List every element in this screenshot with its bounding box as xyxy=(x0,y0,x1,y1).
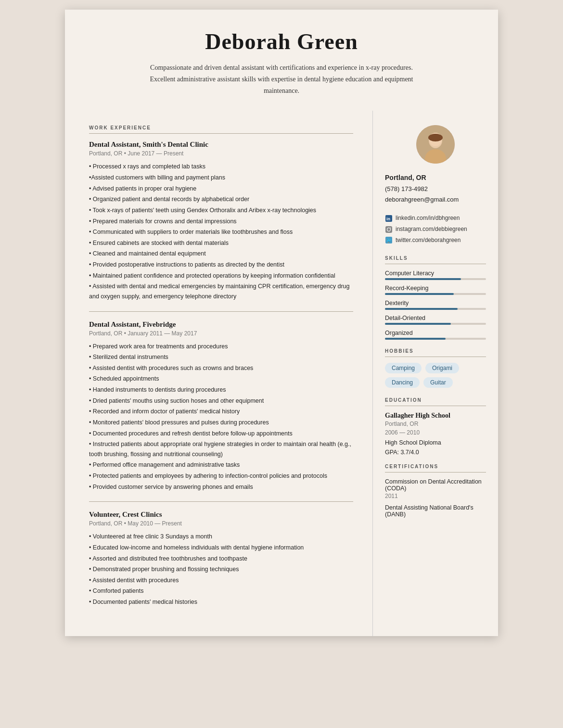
job-1-meta: Portland, OR • June 2017 — Present xyxy=(89,150,353,157)
bullet: • Maintained patient confidence and prot… xyxy=(89,271,353,281)
hobbies-grid: Camping Origami Dancing Guitar xyxy=(385,363,486,388)
cert-1: Dental Assisting National Board's (DANB) xyxy=(385,504,486,518)
skill-4-bar-bg xyxy=(385,338,486,340)
bullet: • Instructed patients about appropriate … xyxy=(89,439,353,459)
work-experience-label: WORK EXPERIENCE xyxy=(89,125,353,130)
edu-0-detail: High School Diploma GPA: 3.7/4.0 xyxy=(385,438,486,457)
bullet: • Monitored patients' blood pressures an… xyxy=(89,418,353,428)
bullet: • Documented patients' medical histories xyxy=(89,597,353,607)
twitter-text: twitter.com/deborahgreen xyxy=(396,235,461,246)
bullet: • Recorded and inform doctor of patients… xyxy=(89,407,353,417)
skills-divider xyxy=(385,264,486,264)
contact-phone: (578) 173-4982 xyxy=(385,184,486,194)
job-2-title: Dental Assistant, Fivebridge xyxy=(89,320,353,329)
education-divider xyxy=(385,406,486,406)
bullet: • Provided postoperative instructions to… xyxy=(89,260,353,270)
bullet: • Processed x rays and completed lab tas… xyxy=(89,162,353,172)
bullet: •Assisted customers with billing and pay… xyxy=(89,173,353,183)
linkedin-text: linkedin.com/in/dbhgreen xyxy=(396,213,460,224)
contact-info: Portland, OR (578) 173-4982 deborahgreen… xyxy=(385,172,486,205)
job-1-bullets: • Processed x rays and completed lab tas… xyxy=(89,162,353,301)
job-1-title: Dental Assistant, Smith's Dental Clinic xyxy=(89,140,353,149)
social-linkedin: in linkedin.com/in/dbhgreen xyxy=(385,213,486,224)
bullet: • Organized patient and dental records b… xyxy=(89,194,353,204)
contact-email: deborahgreen@gmail.com xyxy=(385,194,486,205)
hobby-1: Origami xyxy=(425,363,459,373)
skill-1-bar-fill xyxy=(385,293,454,295)
bullet: • Provided customer service by answering… xyxy=(89,482,353,492)
bullet: • Scheduled appointments xyxy=(89,374,353,384)
certifications-list: Commission on Dental Accreditation (CODA… xyxy=(385,478,486,518)
hobby-0: Camping xyxy=(385,363,422,373)
cert-0: Commission on Dental Accreditation (CODA… xyxy=(385,478,486,499)
resume-wrapper: Deborah Green Compassionate and driven d… xyxy=(65,10,498,636)
bullet: • Cleaned and maintained dental equipmen… xyxy=(89,249,353,259)
bullet: • Assisted dentist with procedures xyxy=(89,575,353,586)
education-label: EDUCATION xyxy=(385,397,486,403)
job-2: Dental Assistant, Fivebridge Portland, O… xyxy=(89,320,353,492)
work-experience-divider xyxy=(89,133,353,134)
hobbies-divider xyxy=(385,357,486,357)
hobby-2: Dancing xyxy=(385,377,420,388)
svg-rect-7 xyxy=(385,226,392,233)
bullet: • Sterilized dental instruments xyxy=(89,352,353,362)
avatar xyxy=(416,125,455,164)
job-3-meta: Portland, OR • May 2010 — Present xyxy=(89,520,353,527)
job-divider-2 xyxy=(89,501,353,502)
bullet: • Documented procedures and refresh dent… xyxy=(89,429,353,439)
sidebar: Portland, OR (578) 173-4982 deborahgreen… xyxy=(373,111,498,636)
job-divider-1 xyxy=(89,311,353,312)
skill-2-bar-bg xyxy=(385,308,486,310)
social-twitter: 🐦 twitter.com/deborahgreen xyxy=(385,235,486,246)
resume-header: Deborah Green Compassionate and driven d… xyxy=(65,10,498,111)
skill-0-name: Computer Literacy xyxy=(385,270,486,277)
skills-label: SKILLS xyxy=(385,255,486,261)
skill-2: Dexterity xyxy=(385,300,486,310)
bullet: • Prepared materials for crowns and dent… xyxy=(89,217,353,227)
social-instagram: instagram.com/debbiegreen xyxy=(385,224,486,235)
skill-0-bar-fill xyxy=(385,278,461,280)
hobbies-label: HOBBIES xyxy=(385,348,486,354)
svg-point-9 xyxy=(390,227,391,228)
job-3-title: Volunteer, Crest Clinics xyxy=(89,511,353,519)
skill-1-bar-bg xyxy=(385,293,486,295)
body-row: WORK EXPERIENCE Dental Assistant, Smith'… xyxy=(65,111,498,636)
cert-0-year: 2011 xyxy=(385,493,486,499)
edu-0: Gallagher High School Portland, OR 2006 … xyxy=(385,412,486,457)
skill-2-name: Dexterity xyxy=(385,300,486,307)
skill-4-bar-fill xyxy=(385,338,446,340)
edu-0-location: Portland, OR xyxy=(385,421,486,427)
certifications-divider xyxy=(385,472,486,473)
bullet: • Communicated with suppliers to order m… xyxy=(89,227,353,237)
svg-text:🐦: 🐦 xyxy=(386,237,392,243)
skill-4-name: Organized xyxy=(385,330,486,336)
bullet: • Prepared work area for treatments and … xyxy=(89,342,353,352)
bullet: • Demonstrated proper brushing and floss… xyxy=(89,564,353,575)
edu-0-gpa: GPA: 3.7/4.0 xyxy=(385,449,419,456)
job-2-meta: Portland, OR • January 2011 — May 2017 xyxy=(89,330,353,337)
skill-0-bar-bg xyxy=(385,278,486,280)
bullet: • Advised patients in proper oral hygien… xyxy=(89,184,353,194)
job-1: Dental Assistant, Smith's Dental Clinic … xyxy=(89,140,353,301)
bullet: • Dried patients' mouths using suction h… xyxy=(89,396,353,406)
skill-3-bar-bg xyxy=(385,323,486,325)
twitter-icon: 🐦 xyxy=(385,236,393,244)
certifications-label: CERTIFICATIONS xyxy=(385,464,486,469)
edu-0-degree: High School Diploma xyxy=(385,439,441,446)
skill-4: Organized xyxy=(385,330,486,340)
linkedin-icon: in xyxy=(385,215,393,222)
hobby-3: Guitar xyxy=(423,377,453,388)
edu-0-years: 2006 — 2010 xyxy=(385,429,486,436)
skills-list: Computer Literacy Record-Keeping Dexteri… xyxy=(385,270,486,340)
main-column: WORK EXPERIENCE Dental Assistant, Smith'… xyxy=(65,111,373,636)
contact-location: Portland, OR xyxy=(385,172,486,184)
skill-3-name: Detail-Oriented xyxy=(385,315,486,321)
social-links: in linkedin.com/in/dbhgreen instagram.co… xyxy=(385,213,486,245)
skill-1: Record-Keeping xyxy=(385,285,486,295)
bullet: • Performed office management and admini… xyxy=(89,460,353,470)
cert-1-name: Dental Assisting National Board's (DANB) xyxy=(385,504,486,518)
skill-3: Detail-Oriented xyxy=(385,315,486,325)
bullet: • Took x-rays of patients' teeth using G… xyxy=(89,205,353,216)
job-3: Volunteer, Crest Clinics Portland, OR • … xyxy=(89,511,353,607)
skill-2-bar-fill xyxy=(385,308,458,310)
